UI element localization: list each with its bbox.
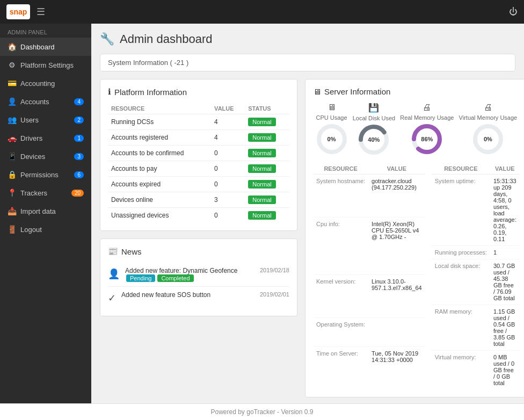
server-row: Running processes: 1 <box>432 246 520 259</box>
gauge-value-vmem: 0% <box>484 136 492 142</box>
value-cell: 4 <box>211 114 245 130</box>
page-title: Admin dashboard <box>120 32 212 46</box>
status-cell: Normal <box>245 192 289 208</box>
gauge-vmem: 🖨 Virtual Memory Usage 0% <box>459 103 518 156</box>
accounts-icon: 👤 <box>8 97 16 106</box>
news-item-icon: 👤 <box>108 268 120 280</box>
sidebar-item-users[interactable]: 👥 Users 2 <box>0 111 91 129</box>
server-value-cell: 1.15 GB used / 0.54 GB free / 3.85 GB to… <box>490 305 520 351</box>
gauge-label-vmem: Virtual Memory Usage <box>459 114 518 121</box>
server-label-cell: System uptime: <box>432 175 490 246</box>
server-value-cell: 1 <box>490 246 520 259</box>
devices-icon: 📱 <box>8 152 16 161</box>
table-row: Accounts registered 4 Normal <box>108 130 289 146</box>
settings-icon: ⚙ <box>8 61 16 69</box>
gauge-icon-ram: 🖨 <box>423 103 431 112</box>
sidebar-item-drivers[interactable]: 🚗 Drivers 1 <box>0 129 91 147</box>
info-icon: ℹ <box>108 87 111 97</box>
news-item: 👤 Added new feature: Dynamic Geofence Pe… <box>108 263 289 287</box>
resource-cell: Accounts registered <box>108 130 211 146</box>
server-info-card: 🖥 Server Information 🖥 CPU Usage 0% 💾 Lo… <box>305 79 524 397</box>
users-icon: 👥 <box>8 115 16 124</box>
sidebar-item-logout[interactable]: 🚪 Logout <box>0 220 91 238</box>
sidebar-item-label: Accounting <box>20 79 55 88</box>
sidebar-item-dashboard[interactable]: 🏠 Dashboard <box>0 38 91 56</box>
gauge-cpu: 🖥 CPU Usage 0% <box>316 103 348 156</box>
resource-col: RESOURCE <box>313 163 368 175</box>
gauge-label-ram: Real Memory Usage <box>400 114 454 121</box>
server-details: RESOURCE VALUE System hostname: gotracke… <box>313 163 520 389</box>
server-label-cell: Time on Server: <box>313 347 368 389</box>
news-item-text: Added new feature SOS button <box>121 291 210 299</box>
value-cell: 0 <box>211 161 245 177</box>
sidebar-item-permissions[interactable]: 🔒 Permissions 6 <box>0 165 91 184</box>
table-row: Unassigned devices 0 Normal <box>108 208 289 223</box>
sidebar-item-label: Logout <box>20 226 42 234</box>
gauge-icon-cpu: 🖥 <box>328 103 336 112</box>
server-value-cell: Linux 3.10.0-957.1.3.el7.x86_64 <box>368 274 425 317</box>
sidebar-item-import-data[interactable]: 📥 Import data <box>0 202 91 220</box>
page-header: 🔧 Admin dashboard <box>100 32 515 46</box>
logout-icon: 🚪 <box>8 225 16 234</box>
sidebar-item-accounts[interactable]: 👤 Accounts 4 <box>0 92 91 111</box>
sidebar-item-platform-settings[interactable]: ⚙ Platform Settings <box>0 56 91 74</box>
status-cell: Normal <box>245 161 289 177</box>
table-row: Accounts expired 0 Normal <box>108 177 289 192</box>
news-tag: Completed <box>157 274 193 282</box>
news-item-date: 2019/02/18 <box>260 267 289 273</box>
server-label-cell: Local disk space: <box>432 259 490 305</box>
sidebar-item-accounting[interactable]: 💳 Accounting <box>0 74 91 92</box>
gauges-row: 🖥 CPU Usage 0% 💾 Local Disk Used 40% 🖨 R… <box>313 103 520 156</box>
news-item-text: Added new feature: Dynamic Geofence Pend… <box>125 267 237 282</box>
value-col: VALUE <box>368 163 425 175</box>
table-row: Accounts to pay 0 Normal <box>108 161 289 177</box>
news-tag: Pending <box>126 274 155 282</box>
server-value-cell: 0 MB used / 0 GB free / 0 GB total <box>490 351 520 390</box>
server-value-cell: Intel(R) Xeon(R) CPU E5-2650L v4 @ 1.70G… <box>368 218 425 274</box>
server-label-cell: Operating System: <box>313 317 368 346</box>
col-status: STATUS <box>245 103 289 114</box>
server-right-table: RESOURCE VALUE System uptime: 15:31:33 u… <box>432 163 520 389</box>
sidebar-item-devices[interactable]: 📱 Devices 3 <box>0 147 91 165</box>
power-icon[interactable]: ⏻ <box>509 7 518 17</box>
news-title: 📰 News <box>108 247 289 256</box>
gauge-value-ram: 86% <box>421 136 433 142</box>
table-row: Devices online 3 Normal <box>108 192 289 208</box>
gauge-circle-ram: 86% <box>411 123 443 155</box>
sidebar-item-label: Import data <box>20 207 56 215</box>
value-cell: 0 <box>211 208 245 223</box>
server-row: Operating System: <box>313 317 425 346</box>
gauge-value-cpu: 0% <box>328 136 336 142</box>
table-row: Accounts to be confirmed 0 Normal <box>108 146 289 161</box>
sidebar-item-label: Permissions <box>20 171 59 179</box>
server-row: Virtual memory: 0 MB used / 0 GB free / … <box>432 351 520 390</box>
permissions-badge: 6 <box>74 171 84 178</box>
server-label-cell: Virtual memory: <box>432 351 490 390</box>
server-value-cell: 15:31:33 up 209 days, 4:58, 0 users, loa… <box>490 175 520 246</box>
news-list: 👤 Added new feature: Dynamic Geofence Pe… <box>108 263 289 308</box>
value-col: VALUE <box>490 163 520 175</box>
system-info-bar: System Information ( -21 ) <box>100 54 515 71</box>
admin-icon: 🔧 <box>100 32 114 46</box>
news-card: 📰 News 👤 Added new feature: Dynamic Geof… <box>100 238 297 316</box>
sidebar-item-trackers[interactable]: 📍 Trackers 20 <box>0 184 91 202</box>
gauge-circle-cpu: 0% <box>316 123 348 155</box>
news-item-date: 2019/02/01 <box>260 291 289 298</box>
sidebar-item-label: Dashboard <box>20 43 55 51</box>
sidebar: Admin Panel 🏠 Dashboard ⚙ Platform Setti… <box>0 24 91 403</box>
gauge-icon-vmem: 🖨 <box>484 103 492 112</box>
resource-cell: Accounts expired <box>108 177 211 192</box>
col-resource: RESOURCE <box>108 103 211 114</box>
sidebar-item-label: Users <box>20 116 39 124</box>
gauge-value-disk: 40% <box>368 136 380 143</box>
server-left-table: RESOURCE VALUE System hostname: gotracke… <box>313 163 425 389</box>
status-cell: Normal <box>245 177 289 192</box>
sidebar-panel-label: Admin Panel <box>0 24 91 38</box>
status-cell: Normal <box>245 146 289 161</box>
resource-cell: Accounts to be confirmed <box>108 146 211 161</box>
news-item-icon: ✓ <box>108 292 116 304</box>
hamburger-icon[interactable]: ☰ <box>37 6 45 18</box>
news-icon: 📰 <box>108 247 118 256</box>
dashboard-icon: 🏠 <box>8 42 16 51</box>
footer: Powered by goTracker - Version 0.9 <box>0 403 524 420</box>
